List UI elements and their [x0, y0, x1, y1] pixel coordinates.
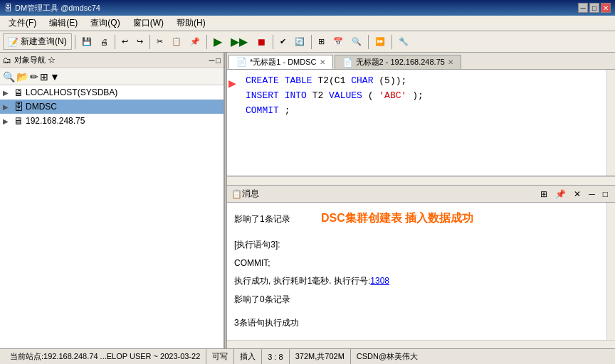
nav-maximize-icon[interactable]: □ — [216, 56, 221, 65]
msg-link-linenum[interactable]: 1308 — [370, 276, 389, 286]
tree-label-localhost: LOCALHOST(SYSDBA) — [26, 87, 117, 97]
redo-icon: ↪ — [137, 37, 143, 46]
message-panel: 📋 消息 ⊞ 📌 ✕ ─ □ 影响了1条记录 DSC集群创建表 插入数据成功 — [227, 185, 615, 348]
nav-down-icon[interactable]: ▼ — [50, 71, 60, 82]
msg-layout-icon[interactable]: ⊞ — [537, 188, 550, 200]
tree-arrow-localhost: ▶ — [3, 89, 11, 97]
title-bar: 🗄 DM管理工具 @dmdsc74 ─ □ ✕ — [0, 0, 615, 16]
menu-file[interactable]: 文件(F) — [3, 16, 42, 31]
stop-button[interactable]: ⏹ — [253, 33, 270, 50]
editor-scrollbar[interactable] — [606, 70, 615, 176]
maximize-button[interactable]: □ — [589, 3, 599, 13]
tree-item-dmdsc[interactable]: ▶ 🗄 DMDSC — [0, 100, 224, 114]
search-toolbar-button[interactable]: 🔍 — [348, 33, 365, 50]
status-station: 当前站点:192.168.248.74 ...ELOP USER ~ 2023-… — [4, 349, 206, 364]
run-current-button[interactable]: ▶▶ — [227, 33, 251, 50]
kw-insert: INSERT — [246, 90, 279, 101]
msg-highlight-text: DSC集群创建表 插入数据成功 — [321, 212, 473, 224]
copy-icon: 📋 — [172, 37, 182, 46]
kw-commit: COMMIT — [246, 105, 279, 116]
toolbar-sep-6 — [311, 35, 312, 49]
menu-query[interactable]: 查询(Q) — [85, 16, 125, 31]
tree-icon-remote: 🖥 — [14, 115, 23, 127]
msg-row-5: 影响了0条记录 — [234, 292, 599, 308]
undo-button[interactable]: ↩ — [118, 33, 132, 50]
message-scrollbar[interactable] — [606, 203, 615, 340]
save-icon: 💾 — [82, 37, 92, 46]
toolbar-sep-1 — [75, 35, 75, 49]
nav-search-icon[interactable]: 🔍 — [3, 71, 15, 82]
editor-hscroll[interactable] — [227, 176, 615, 185]
status-insert-mode: 插入 — [234, 349, 262, 364]
close-button[interactable]: ✕ — [601, 3, 611, 13]
toolbar-sep-7 — [368, 35, 369, 49]
status-position-text: 3 : 8 — [268, 353, 283, 361]
new-query-button[interactable]: 📝 新建查询(N) — [3, 33, 72, 50]
msg-close-icon[interactable]: ✕ — [571, 188, 584, 200]
grid-icon: ⊞ — [318, 37, 325, 46]
nav-minimize-icon[interactable]: ─ — [209, 56, 215, 65]
msg-minimize-icon[interactable]: ─ — [586, 188, 598, 200]
message-icon: 📋 — [231, 189, 242, 199]
grid-button[interactable]: ⊞ — [315, 33, 328, 50]
arrow-indicator: ▶ — [228, 74, 236, 95]
editor-line-2: INSERT INTO T2 VALUES ( 'ABC' ); — [246, 89, 609, 104]
tab-untitled1[interactable]: 📄 *无标题1 - DMDSC ✕ — [228, 55, 333, 69]
calendar-button[interactable]: 📅 — [330, 33, 347, 50]
nav-grid-icon[interactable]: ⊞ — [40, 71, 48, 82]
print-icon: 🖨 — [100, 38, 108, 46]
msg-text-3: COMMIT; — [234, 258, 270, 268]
tree-arrow-dmdsc: ▶ — [3, 103, 11, 111]
status-brand-text: CSDN@林美伟大 — [357, 351, 418, 362]
toolbar-sep-8 — [391, 35, 392, 49]
message-content: 影响了1条记录 DSC集群创建表 插入数据成功 [执行语句3]: COMMIT;… — [227, 203, 606, 340]
menu-window[interactable]: 窗口(W) — [127, 16, 169, 31]
save-button[interactable]: 💾 — [78, 33, 95, 50]
nav-title: 对象导航 ☆ — [14, 55, 56, 65]
undo-icon: ↩ — [122, 37, 128, 46]
nav-edit-icon[interactable]: ✏ — [30, 71, 38, 82]
cut-icon: ✂ — [157, 37, 163, 46]
copy-button[interactable]: 📋 — [168, 33, 185, 50]
msg-text-1: 影响了1条记录 — [234, 214, 290, 224]
status-memory: 372M,共702M — [290, 349, 351, 364]
nav-header: 🗂 对象导航 ☆ ─ □ — [0, 53, 224, 68]
message-header: 📋 消息 ⊞ 📌 ✕ ─ □ — [227, 186, 615, 203]
print-button[interactable]: 🖨 — [97, 33, 112, 50]
toolbar-sep-4 — [206, 35, 207, 49]
status-writable: 可写 — [206, 349, 234, 364]
tab1-close-icon[interactable]: ✕ — [320, 58, 325, 66]
tree-item-localhost[interactable]: ▶ 🖥 LOCALHOST(SYSDBA) — [0, 85, 224, 100]
tab2-close-icon[interactable]: ✕ — [448, 58, 453, 66]
redo-button[interactable]: ↪ — [133, 33, 147, 50]
sql-editor[interactable]: ▶ CREATE TABLE T2(C1 CHAR (5)); INSERT I… — [227, 70, 615, 176]
tab2-label: 无标题2 - 192.168.248.75 — [356, 57, 445, 68]
menu-bar: 文件(F) 编辑(E) 查询(Q) 窗口(W) 帮助(H) — [0, 16, 615, 31]
forward-button[interactable]: ⏩ — [372, 33, 389, 50]
kw-create: CREATE — [246, 75, 279, 86]
msg-text-5: 影响了0条记录 — [234, 294, 290, 304]
msg-pin-icon[interactable]: 📌 — [552, 188, 569, 200]
kw-char: CHAR — [351, 75, 373, 86]
menu-help[interactable]: 帮助(H) — [171, 16, 211, 31]
menu-edit[interactable]: 编辑(E) — [43, 16, 83, 31]
nav-toolbar: 🔍 📂 ✏ ⊞ ▼ — [0, 68, 224, 85]
right-panel: 📄 *无标题1 - DMDSC ✕ 📄 无标题2 - 192.168.248.7… — [227, 53, 615, 348]
check-button[interactable]: ✔ — [276, 33, 290, 50]
calendar-icon: 📅 — [333, 37, 343, 46]
msg-maximize-icon[interactable]: □ — [600, 188, 611, 200]
refresh-button[interactable]: 🔄 — [291, 33, 308, 50]
minimize-button[interactable]: ─ — [578, 3, 588, 13]
cut-button[interactable]: ✂ — [153, 33, 167, 50]
tab-untitled2[interactable]: 📄 无标题2 - 192.168.248.75 ✕ — [335, 55, 461, 69]
paste-button[interactable]: 📌 — [186, 33, 204, 50]
tool-button[interactable]: 🔧 — [395, 33, 412, 50]
message-hscroll[interactable] — [227, 340, 615, 348]
check-icon: ✔ — [280, 37, 286, 46]
toolbar-sep-2 — [115, 35, 115, 49]
nav-header-controls: ─ □ — [209, 56, 221, 65]
tree-item-remote[interactable]: ▶ 🖥 192.168.248.75 — [0, 114, 224, 128]
msg-row-6: 3条语句执行成功 — [234, 316, 599, 331]
nav-folder-icon[interactable]: 📂 — [16, 71, 28, 82]
run-button[interactable]: ▶ — [210, 33, 226, 50]
